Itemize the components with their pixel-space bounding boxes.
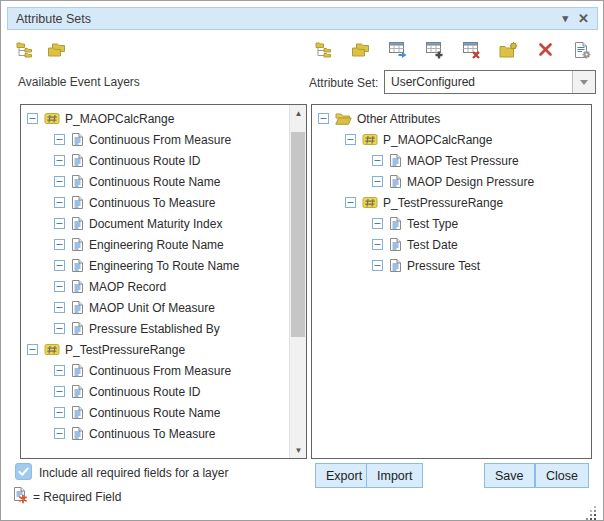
tree-item-label: Continuous From Measure [89,364,231,378]
scroll-down-icon[interactable]: ▼ [290,442,307,458]
field-icon [389,237,402,252]
collapse-minus-icon[interactable] [372,155,383,166]
field-icon [71,153,84,168]
window-menu-icon[interactable]: ▾ [563,13,569,24]
field-icon [71,384,84,399]
scrollbar[interactable]: ▲ ▼ [289,105,306,458]
collapse-minus-icon[interactable] [54,239,65,250]
tree-item[interactable]: Test Type [312,213,591,234]
folder-new-icon[interactable] [499,40,518,59]
scroll-up-icon[interactable]: ▲ [290,105,307,121]
collapse-minus-icon[interactable] [27,344,38,355]
tree-item[interactable]: Continuous Route Name [21,171,289,192]
export-button[interactable]: Export [315,463,373,488]
collapse-minus-icon[interactable] [345,197,356,208]
tree-item[interactable]: P_TestPressureRange [312,192,591,213]
folders-icon[interactable] [351,40,370,59]
tree-item[interactable]: Continuous Route ID [21,381,289,402]
field-icon [389,216,402,231]
field-icon [71,216,84,231]
tree-item[interactable]: Other Attributes [312,108,591,129]
tree-item-label: Pressure Test [407,259,480,273]
collapse-minus-icon[interactable] [54,365,65,376]
collapse-minus-icon[interactable] [54,176,65,187]
collapse-minus-icon[interactable] [54,407,65,418]
field-icon [71,426,84,441]
tree-item-label: Test Date [407,238,458,252]
available-layers-tree: P_MAOPCalcRangeContinuous From MeasureCo… [21,105,289,458]
collapse-minus-icon[interactable] [54,218,65,229]
collapse-minus-icon[interactable] [54,323,65,334]
collapse-minus-icon[interactable] [345,134,356,145]
collapse-minus-icon[interactable] [54,302,65,313]
collapse-minus-icon[interactable] [54,155,65,166]
tree-item[interactable]: Pressure Test [312,255,591,276]
layer-icon [44,343,60,356]
resize-grip[interactable] [594,510,596,512]
tree-item[interactable]: P_TestPressureRange [21,339,289,360]
tree-item-label: Continuous Route Name [89,406,220,420]
collapse-minus-icon[interactable] [54,386,65,397]
delete-icon[interactable] [536,40,555,59]
check-icon [17,465,30,478]
tree-item[interactable]: Continuous From Measure [21,360,289,381]
tree-item[interactable]: Document Maturity Index [21,213,289,234]
tree-item[interactable]: P_MAOPCalcRange [312,129,591,150]
tree-item[interactable]: Continuous To Measure [21,192,289,213]
tree-item[interactable]: MAOP Unit Of Measure [21,297,289,318]
table-delete-icon[interactable] [462,40,481,59]
collapse-minus-icon[interactable] [54,197,65,208]
include-required-fields-checkbox[interactable] [15,463,32,480]
available-layers-panel: P_MAOPCalcRangeContinuous From MeasureCo… [20,104,307,459]
attribute-set-select[interactable]: UserConfigured [384,70,596,94]
collapse-minus-icon[interactable] [54,428,65,439]
scrollbar-thumb[interactable] [291,132,305,337]
tree-item[interactable]: P_MAOPCalcRange [21,108,289,129]
collapse-minus-icon[interactable] [372,218,383,229]
report-settings-icon[interactable] [573,40,592,59]
tree-view-icon[interactable] [15,40,34,59]
field-icon [71,132,84,147]
tree-item-label: Continuous From Measure [89,133,231,147]
tree-item[interactable]: MAOP Design Pressure [312,171,591,192]
collapse-minus-icon[interactable] [54,281,65,292]
tree-item-label: Continuous Route ID [89,385,200,399]
import-button[interactable]: Import [366,463,423,488]
tree-item[interactable]: MAOP Record [21,276,289,297]
tree-view-icon[interactable] [314,40,333,59]
tree-item[interactable]: MAOP Test Pressure [312,150,591,171]
tree-item[interactable]: Continuous Route Name [21,402,289,423]
tree-item[interactable]: Pressure Established By [21,318,289,339]
tree-item[interactable]: Test Date [312,234,591,255]
attribute-set-panel: Other AttributesP_MAOPCalcRangeMAOP Test… [311,104,592,459]
collapse-minus-icon[interactable] [372,176,383,187]
collapse-minus-icon[interactable] [27,113,38,124]
close-button[interactable]: Close [535,463,589,488]
tree-item[interactable]: Continuous Route ID [21,150,289,171]
tree-item-label: Pressure Established By [89,322,220,336]
attribute-set-tree: Other AttributesP_MAOPCalcRangeMAOP Test… [312,105,591,458]
tree-item[interactable]: Engineering Route Name [21,234,289,255]
field-icon [71,405,84,420]
table-export-icon[interactable] [388,40,407,59]
tree-item-label: Document Maturity Index [89,217,222,231]
save-button[interactable]: Save [484,463,535,488]
collapse-minus-icon[interactable] [318,113,329,124]
tree-item[interactable]: Continuous From Measure [21,129,289,150]
collapse-minus-icon[interactable] [54,260,65,271]
combo-dropdown-button[interactable] [572,71,595,93]
folders-icon[interactable] [47,40,66,59]
table-add-icon[interactable] [425,40,444,59]
collapse-minus-icon[interactable] [372,239,383,250]
collapse-minus-icon[interactable] [54,134,65,145]
tree-item[interactable]: Engineering To Route Name [21,255,289,276]
field-icon [71,174,84,189]
tree-item-label: Engineering Route Name [89,238,224,252]
tree-item[interactable]: Continuous To Measure [21,423,289,444]
attribute-set-value: UserConfigured [385,75,572,89]
window-close-icon[interactable]: ✕ [578,12,589,25]
field-icon [389,153,402,168]
collapse-minus-icon[interactable] [372,260,383,271]
window-title: Attribute Sets [16,12,553,26]
field-icon [71,363,84,378]
